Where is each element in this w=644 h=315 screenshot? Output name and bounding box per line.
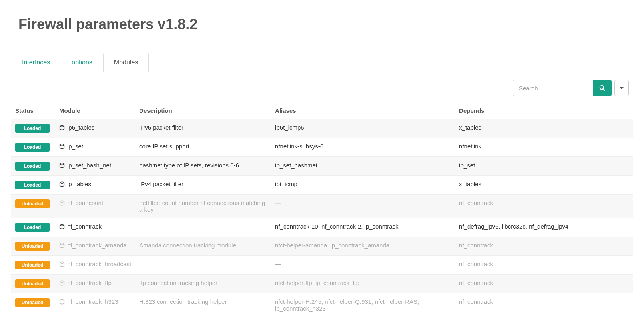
status-badge: Unloaded <box>15 298 50 307</box>
module-description <box>135 256 271 275</box>
module-name: ip_set_hash_net <box>67 162 111 169</box>
module-aliases: nfct-helper-ftp, ip_conntrack_ftp <box>271 275 455 293</box>
package-icon <box>59 125 65 130</box>
search-icon <box>599 85 606 91</box>
table-row[interactable]: Unloadednf_conntrack_amandaAmanda connec… <box>11 237 633 256</box>
package-icon <box>59 243 65 248</box>
module-name: nf_conntrack_amanda <box>67 242 126 249</box>
module-description: core IP set support <box>135 138 271 157</box>
module-description: Amanda connection tracking module <box>135 237 271 256</box>
module-aliases: ip_set_hash:net <box>271 157 455 176</box>
tab-options[interactable]: options <box>61 53 103 72</box>
table-header-row: Status Module Description Aliases Depend… <box>11 102 633 119</box>
tab-interfaces[interactable]: Interfaces <box>11 53 61 72</box>
col-status[interactable]: Status <box>11 102 55 119</box>
table-row[interactable]: Loadedip_tablesIPv4 packet filteript_icm… <box>11 176 633 195</box>
module-name: nf_conntrack <box>67 223 102 230</box>
col-description[interactable]: Description <box>135 102 271 119</box>
package-icon <box>59 299 65 305</box>
module-description: IPv6 packet filter <box>135 119 271 138</box>
status-badge: Unloaded <box>15 261 50 269</box>
modules-table: Status Module Description Aliases Depend… <box>11 102 633 315</box>
search-input[interactable] <box>513 80 593 96</box>
module-aliases: ipt_icmp <box>271 176 455 195</box>
table-row[interactable]: Loadednf_conntracknf_conntrack-10, nf_co… <box>11 218 633 237</box>
module-aliases: ip6t_icmp6 <box>271 119 455 138</box>
module-name: nf_conntrack_ftp <box>67 279 112 286</box>
module-description <box>135 218 271 237</box>
module-name: nf_conntrack_h323 <box>67 298 118 305</box>
col-aliases[interactable]: Aliases <box>271 102 455 119</box>
module-depends: nf_conntrack <box>455 195 633 218</box>
module-name: ip_set <box>67 143 83 150</box>
toolbar <box>11 72 633 102</box>
table-row[interactable]: Loadedip6_tablesIPv6 packet filterip6t_i… <box>11 119 633 138</box>
table-row[interactable]: Unloadednf_conntrack_ftpftp connection t… <box>11 275 633 293</box>
page-header: Firewall parameters v1.8.2 <box>0 0 644 45</box>
module-depends: nf_defrag_ipv6, libcrc32c, nf_defrag_ipv… <box>455 218 633 237</box>
package-icon <box>59 200 65 206</box>
package-icon <box>59 224 65 229</box>
status-badge: Loaded <box>15 124 50 133</box>
module-description: netfilter: count number of connections m… <box>135 195 271 218</box>
package-icon <box>59 280 65 286</box>
module-aliases: nfnetlink-subsys-6 <box>271 138 455 157</box>
module-name: nf_conncount <box>67 199 103 206</box>
module-name: nf_conntrack_broadcast <box>67 261 131 267</box>
status-badge: Unloaded <box>15 199 50 208</box>
tab-modules[interactable]: Modules <box>103 53 149 72</box>
module-depends: x_tables <box>455 176 633 195</box>
module-description: hash:net type of IP sets, revisions 0-6 <box>135 157 271 176</box>
module-aliases: — <box>271 256 455 275</box>
table-row[interactable]: Unloadednf_conncountnetfilter: count num… <box>11 195 633 218</box>
table-row[interactable]: Loadedip_set_hash_nethash:net type of IP… <box>11 157 633 176</box>
module-description: ftp connection tracking helper <box>135 275 271 293</box>
module-depends: nfnetlink <box>455 138 633 157</box>
module-aliases: — <box>271 195 455 218</box>
status-badge: Unloaded <box>15 242 50 251</box>
tabs: InterfacesoptionsModules <box>11 52 633 72</box>
col-module[interactable]: Module <box>55 102 135 119</box>
table-row[interactable]: Unloadednf_conntrack_broadcast—nf_conntr… <box>11 256 633 275</box>
status-badge: Unloaded <box>15 279 50 288</box>
module-description: H.323 connection tracking helper <box>135 293 271 315</box>
package-icon <box>59 144 65 149</box>
page-title: Firewall parameters v1.8.2 <box>18 16 626 33</box>
search-button[interactable] <box>593 80 612 96</box>
package-icon <box>59 181 65 187</box>
module-aliases: nfct-helper-H.245, nfct-helper-Q.931, nf… <box>271 293 455 315</box>
status-badge: Loaded <box>15 181 50 189</box>
search-options-dropdown[interactable] <box>614 80 629 96</box>
status-badge: Loaded <box>15 143 50 152</box>
module-name: ip6_tables <box>67 124 94 131</box>
module-depends: ip_set <box>455 157 633 176</box>
col-depends[interactable]: Depends <box>455 102 633 119</box>
module-depends: x_tables <box>455 119 633 138</box>
module-depends: nf_conntrack <box>455 293 633 315</box>
status-badge: Loaded <box>15 162 50 171</box>
module-name: ip_tables <box>67 181 91 187</box>
package-icon <box>59 163 65 168</box>
module-depends: nf_conntrack <box>455 256 633 275</box>
module-depends: nf_conntrack <box>455 237 633 256</box>
search-group <box>513 80 612 96</box>
status-badge: Loaded <box>15 223 50 232</box>
table-row[interactable]: Loadedip_setcore IP set supportnfnetlink… <box>11 138 633 157</box>
module-aliases: nf_conntrack-10, nf_conntrack-2, ip_conn… <box>271 218 455 237</box>
module-description: IPv4 packet filter <box>135 176 271 195</box>
module-depends: nf_conntrack <box>455 275 633 293</box>
table-row[interactable]: Unloadednf_conntrack_h323H.323 connectio… <box>11 293 633 315</box>
package-icon <box>59 261 65 267</box>
module-aliases: nfct-helper-amanda, ip_conntrack_amanda <box>271 237 455 256</box>
